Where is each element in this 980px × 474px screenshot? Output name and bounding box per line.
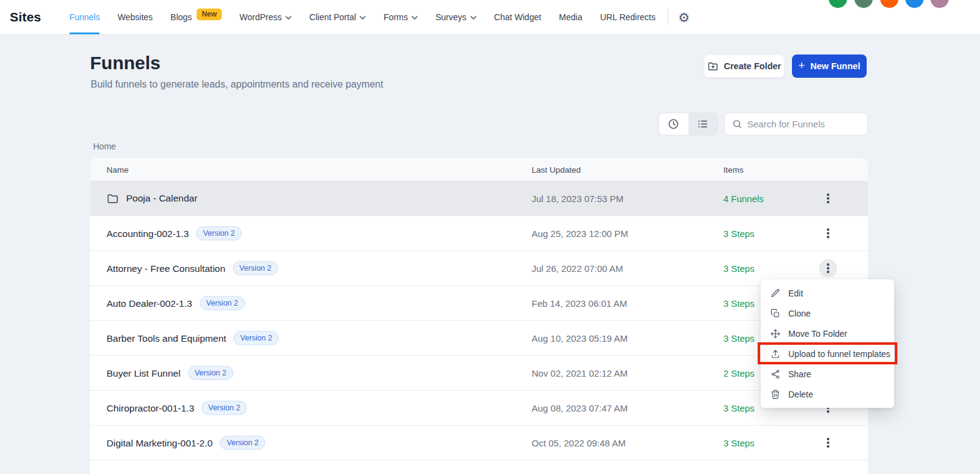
funnel-name-cell: Auto Dealer-002-1.3 Version 2 bbox=[107, 296, 245, 310]
version-badge: Version 2 bbox=[220, 436, 265, 450]
last-updated-cell: Aug 25, 2023 12:00 PM bbox=[532, 228, 628, 239]
search-container bbox=[724, 113, 868, 135]
chevron-down-icon bbox=[412, 16, 418, 20]
table-header: Name Last Updated Items bbox=[90, 158, 868, 181]
avatar[interactable] bbox=[905, 0, 924, 8]
table-row-partial bbox=[90, 461, 868, 473]
row-actions-button[interactable] bbox=[819, 189, 837, 208]
table-row[interactable]: Attorney - Free Consultation Version 2 J… bbox=[90, 251, 868, 286]
funnel-name-cell: Attorney - Free Consultation Version 2 bbox=[107, 261, 278, 276]
avatar[interactable] bbox=[880, 0, 899, 8]
nav-tab-funnels[interactable]: Funnels bbox=[69, 0, 100, 34]
funnel-name-cell: Barber Tools and Equipment Version 2 bbox=[107, 331, 279, 345]
menu-item-delete[interactable]: Delete bbox=[761, 384, 894, 404]
items-cell: 3 Steps bbox=[723, 228, 755, 239]
nav-tab-url-redirects[interactable]: URL Redirects bbox=[600, 0, 656, 34]
nav-tab-blogs[interactable]: BlogsNew bbox=[170, 0, 222, 34]
table-row[interactable]: Pooja - Calendar Jul 18, 2023 07:53 PM 4… bbox=[90, 181, 868, 216]
funnel-name-cell: Accounting-002-1.3 Version 2 bbox=[107, 227, 242, 241]
list-view-button[interactable] bbox=[688, 113, 718, 135]
funnels-table: Name Last Updated Items Pooja - Calendar… bbox=[90, 158, 868, 474]
nav-tab-websites[interactable]: Websites bbox=[118, 0, 153, 34]
folder-icon bbox=[107, 192, 119, 205]
items-cell: 3 Steps bbox=[723, 263, 755, 274]
row-context-menu: Edit Clone Move To Folder Upload to funn… bbox=[761, 279, 894, 408]
nav-tab-surveys[interactable]: Surveys bbox=[435, 0, 477, 34]
last-updated-cell: Oct 05, 2022 09:48 AM bbox=[532, 438, 625, 448]
nav-tab-chat-widget[interactable]: Chat Widget bbox=[494, 0, 541, 34]
nav-tab-wordpress[interactable]: WordPress bbox=[239, 0, 292, 34]
folder-plus-icon bbox=[707, 61, 718, 72]
menu-item-upload-to-funnel-templates[interactable]: Upload to funnel templates bbox=[761, 344, 894, 364]
table-row[interactable]: Barber Tools and Equipment Version 2 Aug… bbox=[90, 321, 868, 356]
last-updated-cell: Nov 02, 2021 02:12 AM bbox=[532, 368, 628, 378]
chevron-down-icon bbox=[470, 16, 477, 20]
version-badge: Version 2 bbox=[196, 227, 241, 241]
table-row[interactable]: Auto Dealer-002-1.3 Version 2 Feb 14, 20… bbox=[90, 286, 868, 321]
last-updated-cell: Aug 08, 2023 07:47 AM bbox=[532, 403, 628, 413]
table-row[interactable]: Digital Marketing-001-2.0 Version 2 Oct … bbox=[90, 426, 868, 461]
trash-icon bbox=[771, 389, 780, 399]
items-cell: 2 Steps bbox=[723, 368, 755, 378]
items-cell: 3 Steps bbox=[723, 403, 755, 413]
menu-item-move-to-folder[interactable]: Move To Folder bbox=[761, 323, 894, 344]
items-cell: 4 Funnels bbox=[723, 194, 764, 204]
version-badge: Version 2 bbox=[233, 261, 278, 276]
app-brand: Sites bbox=[10, 10, 41, 24]
items-cell: 3 Steps bbox=[723, 333, 755, 344]
breadcrumb[interactable]: Home bbox=[93, 141, 116, 151]
chevron-down-icon bbox=[360, 16, 366, 20]
chevron-down-icon bbox=[285, 16, 292, 20]
avatar[interactable] bbox=[854, 0, 873, 8]
new-funnel-button[interactable]: + New Funnel bbox=[792, 55, 867, 78]
upload-icon bbox=[771, 349, 780, 359]
table-row[interactable]: Buyer List Funnel Version 2 Nov 02, 2021… bbox=[90, 356, 868, 391]
avatar[interactable] bbox=[829, 0, 847, 8]
settings-gear-icon[interactable]: ⚙ bbox=[678, 11, 690, 24]
version-badge: Version 2 bbox=[233, 331, 279, 345]
version-badge: Version 2 bbox=[188, 366, 233, 380]
move-icon bbox=[771, 329, 780, 339]
folder-name-cell: Pooja - Calendar bbox=[107, 192, 197, 205]
avatar[interactable] bbox=[930, 0, 949, 8]
top-navigation: Sites Funnels Websites BlogsNew WordPres… bbox=[0, 0, 980, 35]
recents-view-button[interactable] bbox=[659, 113, 688, 135]
funnel-name-cell: Digital Marketing-001-2.0 Version 2 bbox=[107, 436, 265, 450]
table-row[interactable]: Chiropractor-001-1.3 Version 2 Aug 08, 2… bbox=[90, 391, 868, 426]
clock-icon bbox=[668, 118, 679, 130]
table-row[interactable]: Accounting-002-1.3 Version 2 Aug 25, 202… bbox=[90, 216, 868, 251]
funnel-name-cell: Chiropractor-001-1.3 Version 2 bbox=[107, 401, 247, 415]
row-actions-button[interactable] bbox=[819, 224, 837, 243]
menu-item-clone[interactable]: Clone bbox=[761, 303, 894, 323]
items-cell: 3 Steps bbox=[723, 438, 755, 448]
last-updated-cell: Aug 10, 2023 05:19 AM bbox=[532, 333, 628, 344]
menu-item-edit[interactable]: Edit bbox=[761, 283, 894, 303]
row-actions-button[interactable] bbox=[819, 434, 837, 452]
new-badge: New bbox=[197, 9, 222, 20]
clone-icon bbox=[771, 309, 780, 318]
row-actions-button-active[interactable] bbox=[819, 259, 837, 277]
last-updated-cell: Jul 18, 2023 07:53 PM bbox=[532, 194, 624, 204]
pencil-icon bbox=[771, 288, 780, 298]
nav-tab-media[interactable]: Media bbox=[559, 0, 582, 34]
nav-tab-forms[interactable]: Forms bbox=[383, 0, 418, 34]
nav-tab-client-portal[interactable]: Client Portal bbox=[309, 0, 366, 34]
menu-item-share[interactable]: Share bbox=[761, 364, 894, 384]
items-cell: 3 Steps bbox=[723, 298, 755, 309]
last-updated-cell: Jul 26, 2022 07:00 AM bbox=[532, 263, 623, 274]
sites-tabs: Funnels Websites BlogsNew WordPress Clie… bbox=[69, 0, 655, 34]
column-header-name: Name bbox=[107, 165, 129, 174]
page-title: Funnels bbox=[90, 53, 160, 73]
version-badge: Version 2 bbox=[200, 296, 245, 310]
page-subtitle: Build funnels to generate leads, appoint… bbox=[91, 79, 383, 90]
column-header-last-updated: Last Updated bbox=[532, 165, 581, 174]
column-header-items: Items bbox=[723, 165, 744, 174]
nav-divider bbox=[668, 9, 668, 25]
funnel-name-cell: Buyer List Funnel Version 2 bbox=[107, 366, 233, 380]
create-folder-button[interactable]: Create Folder bbox=[704, 55, 785, 78]
plus-icon: + bbox=[799, 59, 805, 72]
version-badge: Version 2 bbox=[202, 401, 247, 415]
search-input[interactable] bbox=[747, 119, 869, 129]
view-toggle bbox=[658, 113, 718, 135]
list-icon bbox=[697, 118, 709, 130]
